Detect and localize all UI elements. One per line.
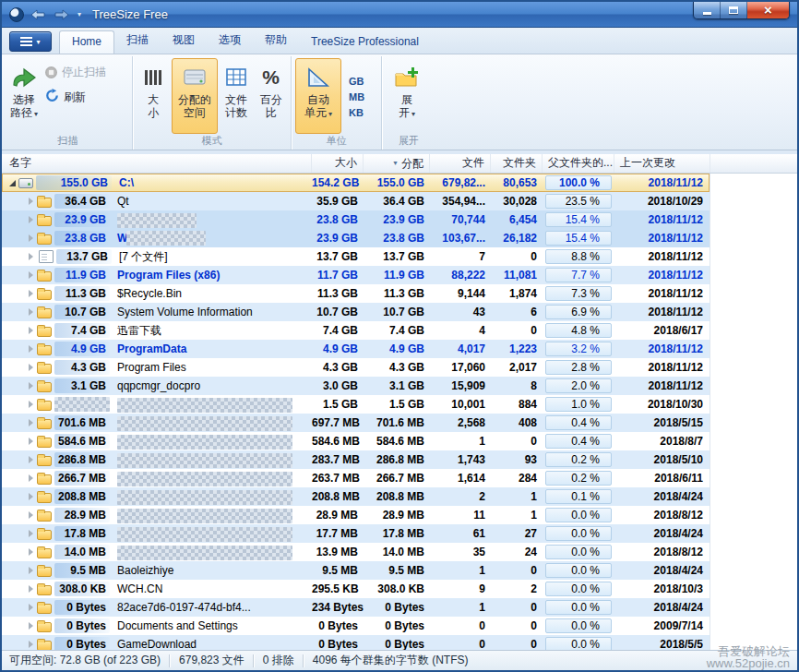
expand-arrow-icon[interactable] bbox=[24, 641, 37, 648]
expand-arrow-icon[interactable] bbox=[24, 604, 37, 611]
folder-icon bbox=[37, 308, 52, 318]
tab-home[interactable]: Home bbox=[59, 30, 114, 54]
expand-arrow-icon[interactable] bbox=[24, 234, 37, 242]
table-row[interactable]: 7.4 GB迅雷下载7.4 GB7.4 GB404.8 %2018/6/17 bbox=[2, 321, 710, 340]
cell-size: 697.7 MB bbox=[312, 414, 364, 432]
tab-options[interactable]: 选项 bbox=[207, 28, 253, 54]
expand-arrow-icon[interactable] bbox=[24, 364, 37, 371]
table-row[interactable]: 0 BytesGameDownload0 Bytes0 Bytes000.0 %… bbox=[2, 635, 710, 650]
expand-arrow-icon[interactable] bbox=[24, 419, 37, 426]
table-row[interactable]: 28.9 MB28.9 MB28.9 MB1110.0 %2018/8/12 bbox=[2, 506, 710, 524]
expand-arrow-icon[interactable] bbox=[24, 530, 37, 537]
expand-arrow-icon[interactable] bbox=[24, 493, 37, 500]
cell-date: 2018/11/12 bbox=[614, 284, 710, 303]
expand-arrow-icon[interactable] bbox=[24, 401, 37, 408]
mode-size-button[interactable]: 大 小 bbox=[137, 58, 171, 134]
table-row[interactable]: 4.9 GBProgramData4.9 GB4.9 GB4,0171,2233… bbox=[2, 340, 710, 358]
table-row[interactable]: 17.8 MB17.7 MB17.8 MB61270.0 %2018/4/24 bbox=[2, 524, 710, 543]
expand-arrow-icon[interactable] bbox=[24, 585, 37, 593]
cell-allocated: 701.6 MB bbox=[364, 414, 430, 432]
unit-mb-button[interactable]: MB bbox=[344, 90, 369, 104]
tab-treesize-professional[interactable]: TreeSize Professional bbox=[299, 30, 431, 54]
expand-arrow-icon[interactable] bbox=[24, 308, 37, 316]
expand-arrow-icon[interactable] bbox=[24, 290, 37, 297]
tab-view[interactable]: 视图 bbox=[161, 28, 207, 54]
table-row[interactable]: 584.6 MB584.6 MB584.6 MB100.4 %2018/8/7 bbox=[2, 432, 710, 450]
table-row[interactable]: 701.6 MB697.7 MB701.6 MB2,5684080.4 %201… bbox=[2, 414, 710, 432]
mode-allocated-button[interactable]: 分配的 空间 bbox=[172, 58, 218, 134]
select-path-button[interactable]: 选择 路径 bbox=[7, 58, 41, 134]
column-header-size[interactable]: 大小 bbox=[312, 154, 364, 173]
table-row[interactable]: 11.3 GB$Recycle.Bin11.3 GB11.3 GB9,1441,… bbox=[2, 284, 710, 303]
expand-arrow-icon[interactable] bbox=[24, 327, 37, 334]
column-header-percent[interactable]: 父文件夹的... bbox=[543, 154, 614, 173]
expand-button[interactable]: 展 开 bbox=[386, 58, 428, 134]
table-row[interactable]: 9.5 MBBaoleizhiye9.5 MB9.5 MB100.0 %2018… bbox=[2, 561, 710, 580]
unit-kb-button[interactable]: KB bbox=[344, 106, 369, 120]
quick-access-caret-icon[interactable] bbox=[78, 11, 81, 18]
expand-arrow-icon[interactable] bbox=[24, 456, 37, 463]
item-size-label: 23.8 GB bbox=[54, 231, 110, 246]
stop-scan-button[interactable]: 停止扫描 bbox=[42, 63, 110, 82]
tab-help[interactable]: 帮助 bbox=[253, 28, 299, 54]
cell-percent: 0.4 % bbox=[543, 414, 614, 432]
expand-arrow-icon[interactable] bbox=[24, 438, 37, 445]
table-row[interactable]: 155.0 GBC:\154.2 GB155.0 GB679,82...80,6… bbox=[2, 174, 710, 192]
cell-files: 70,744 bbox=[430, 210, 491, 229]
expand-arrow-icon[interactable] bbox=[24, 548, 37, 556]
expand-arrow-icon[interactable] bbox=[24, 345, 37, 353]
folder-icon bbox=[37, 530, 52, 540]
expand-arrow-icon[interactable] bbox=[6, 180, 18, 186]
table-row[interactable]: 3.1 GBqqpcmgr_docpro3.0 GB3.1 GB15,90982… bbox=[2, 377, 710, 395]
forward-button[interactable] bbox=[52, 7, 72, 22]
cell-percent: 2.0 % bbox=[543, 377, 614, 395]
expand-arrow-icon[interactable] bbox=[24, 511, 37, 519]
cell-folders: 0 bbox=[491, 247, 543, 266]
expand-arrow-icon[interactable] bbox=[24, 216, 37, 223]
cell-allocated: 28.9 MB bbox=[364, 506, 430, 524]
table-row[interactable]: 208.8 MB208.8 MB208.8 MB210.1 %2018/4/24 bbox=[2, 487, 710, 506]
table-row[interactable]: 266.7 MB263.7 MB266.7 MB1,6142840.2 %201… bbox=[2, 469, 710, 487]
unit-gb-button[interactable]: GB bbox=[344, 75, 369, 89]
expand-arrow-icon[interactable] bbox=[24, 253, 37, 260]
column-header-name[interactable]: 名字 bbox=[2, 154, 312, 173]
close-button[interactable] bbox=[747, 2, 789, 18]
ribbon-group-expand: 展 开 展开 bbox=[382, 56, 435, 150]
expand-arrow-icon[interactable] bbox=[24, 271, 37, 279]
table-row[interactable]: 13.7 GB[7 个文件]13.7 GB13.7 GB708.8 %2018/… bbox=[2, 247, 710, 266]
table-row[interactable]: 23.9 GB23.8 GB23.9 GB70,7446,45415.4 %20… bbox=[2, 210, 710, 229]
table-row[interactable]: 36.4 GBQt35.9 GB36.4 GB354,94...30,02823… bbox=[2, 192, 710, 210]
expand-arrow-icon[interactable] bbox=[24, 382, 37, 390]
expand-arrow-icon[interactable] bbox=[24, 622, 37, 630]
table-row[interactable]: 10.7 GBSystem Volume Information10.7 GB1… bbox=[2, 303, 710, 321]
table-row[interactable]: 0 Bytes82ace7d6-0197-474d-bf4...234 Byte… bbox=[2, 598, 710, 617]
cell-date: 2018/10/30 bbox=[614, 395, 710, 414]
column-header-date[interactable]: 上一次更改 bbox=[614, 154, 710, 173]
cell-files: 354,94... bbox=[430, 192, 491, 210]
cell-files: 88,222 bbox=[430, 266, 491, 284]
application-menu-button[interactable] bbox=[9, 31, 52, 52]
expand-arrow-icon[interactable] bbox=[24, 567, 37, 574]
maximize-button[interactable] bbox=[721, 2, 747, 18]
minimize-button[interactable] bbox=[694, 2, 721, 18]
table-row[interactable]: 4.3 GBProgram Files4.3 GB4.3 GB17,0602,0… bbox=[2, 358, 710, 377]
expand-arrow-icon[interactable] bbox=[24, 198, 37, 205]
cell-percent: 8.8 % bbox=[543, 247, 614, 266]
back-button[interactable] bbox=[28, 7, 48, 22]
table-row[interactable]: 11.9 GBProgram Files (x86)11.7 GB11.9 GB… bbox=[2, 266, 710, 284]
mode-percent-button[interactable]: 百分 比 bbox=[255, 58, 287, 134]
column-header-folders[interactable]: 文件夹 bbox=[491, 154, 543, 173]
table-row[interactable]: 0 BytesDocuments and Settings0 Bytes0 By… bbox=[2, 617, 710, 635]
tab-scan[interactable]: 扫描 bbox=[114, 28, 161, 54]
expand-arrow-icon[interactable] bbox=[24, 474, 37, 482]
unit-auto-button[interactable]: 自动 单元 bbox=[295, 58, 341, 134]
refresh-button[interactable]: 刷新 bbox=[42, 87, 110, 107]
table-row[interactable]: 308.0 KBWCH.CN295.5 KB308.0 KB920.0 %201… bbox=[2, 580, 710, 598]
mode-file-count-button[interactable]: 文件 计数 bbox=[219, 58, 255, 134]
table-row[interactable]: 286.8 MB283.7 MB286.8 MB1,743930.2 %2018… bbox=[2, 450, 710, 469]
table-row[interactable]: 23.8 GBWindows23.9 GB23.8 GB103,67...26,… bbox=[2, 229, 710, 247]
table-row[interactable]: 1.5 GB1.5 GB10,0018841.0 %2018/10/30 bbox=[2, 395, 710, 414]
column-header-files[interactable]: 文件 bbox=[430, 154, 491, 173]
column-header-allocated[interactable]: 分配 bbox=[364, 154, 430, 173]
table-row[interactable]: 14.0 MB13.9 MB14.0 MB35240.0 %2018/8/12 bbox=[2, 543, 710, 561]
